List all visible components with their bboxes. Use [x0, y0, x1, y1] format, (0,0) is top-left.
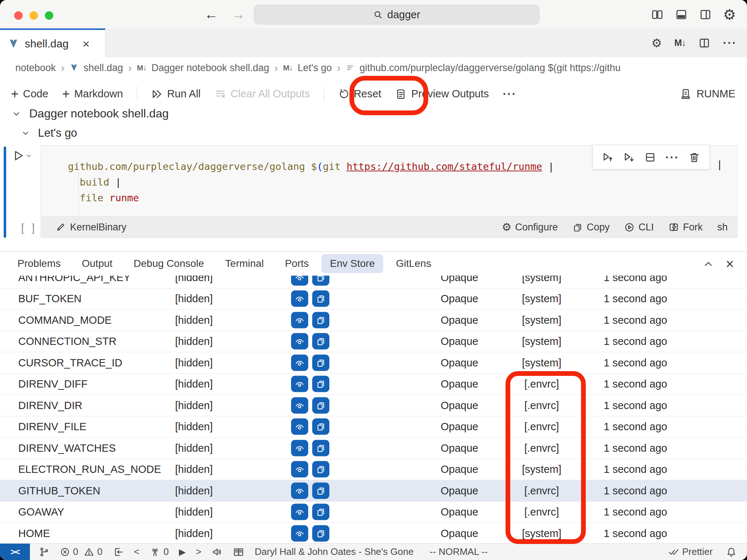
env-table-row[interactable]: GITHUB_TOKEN [hidden] Opaque [.envrc] 1 …: [0, 480, 747, 502]
settings-gear-icon[interactable]: ⚙: [723, 7, 736, 22]
split-cell-icon[interactable]: [644, 151, 656, 163]
copy-button[interactable]: Copy: [572, 222, 609, 233]
copy-value-button[interactable]: [312, 461, 329, 478]
reveal-value-button[interactable]: [291, 276, 308, 285]
exit-door-icon[interactable]: [113, 547, 124, 557]
reveal-value-button[interactable]: [291, 354, 308, 371]
history-forward-button[interactable]: →: [231, 7, 245, 22]
delete-cell-icon[interactable]: [688, 151, 700, 163]
reveal-value-button[interactable]: [291, 525, 308, 541]
play-icon[interactable]: ▶: [179, 547, 186, 557]
env-table-row[interactable]: DIRENV_DIFF [hidden] Opaque [.envrc] 1 s…: [0, 374, 747, 395]
reveal-value-button[interactable]: [291, 376, 308, 392]
tab-debug-console[interactable]: Debug Console: [133, 254, 204, 273]
copy-value-button[interactable]: [312, 419, 329, 435]
copy-value-button[interactable]: [312, 291, 329, 307]
problems-indicator[interactable]: 0 0: [60, 546, 102, 557]
env-table-row[interactable]: DIRENV_WATCHES [hidden] Opaque [.envrc] …: [0, 438, 747, 459]
cell-run-button[interactable]: [12, 149, 33, 162]
env-table-row[interactable]: CURSOR_TRACE_ID [hidden] Opaque [system]…: [0, 352, 747, 374]
speaker-icon[interactable]: [212, 547, 222, 557]
reveal-value-button[interactable]: [291, 419, 308, 435]
tab-ports[interactable]: Ports: [285, 254, 309, 273]
copy-value-button[interactable]: [312, 276, 329, 285]
add-markdown-cell-button[interactable]: + Markdown: [62, 88, 123, 101]
copy-value-button[interactable]: [312, 525, 329, 541]
env-table-row[interactable]: BUF_TOKEN [hidden] Opaque [system] 1 sec…: [0, 288, 747, 310]
toggle-panel-icon[interactable]: [675, 8, 688, 21]
execute-above-icon[interactable]: [602, 151, 614, 163]
breadcrumb-subsection[interactable]: Let's go: [298, 62, 332, 74]
tab-terminal[interactable]: Terminal: [225, 254, 264, 273]
env-table-row[interactable]: COMMAND_MODE [hidden] Opaque [system] 1 …: [0, 310, 747, 331]
collapse-chevron-icon[interactable]: [11, 108, 22, 119]
copy-value-button[interactable]: [312, 397, 329, 413]
ports-indicator[interactable]: 0: [150, 546, 169, 557]
reveal-value-button[interactable]: [291, 461, 308, 478]
command-center-search[interactable]: dagger: [254, 5, 539, 24]
copy-value-button[interactable]: [312, 312, 329, 328]
editor-more-actions-icon[interactable]: ···: [723, 36, 737, 50]
remote-indicator[interactable]: ><: [0, 544, 30, 560]
breadcrumb-notebook[interactable]: notebook: [15, 62, 56, 74]
code-url-link[interactable]: https://github.com/stateful/runme: [347, 161, 542, 172]
breadcrumb-section[interactable]: Dagger notebook shell.dag: [151, 62, 269, 74]
toolbar-more-actions-icon[interactable]: ···: [503, 87, 516, 101]
bell-icon[interactable]: [726, 547, 737, 557]
env-table-row[interactable]: ANTHROPIC_API_KEY [hidden] Opaque [syste…: [0, 276, 747, 288]
now-playing-status[interactable]: Daryl Hall & John Oates - She's Gone: [255, 546, 414, 557]
env-table-row[interactable]: HOME [hidden] Opaque [system] 1 second a…: [0, 523, 747, 544]
env-table-row[interactable]: GOAWAY [hidden] Opaque [.envrc] 1 second…: [0, 502, 747, 523]
toggle-secondary-sidebar-icon[interactable]: [699, 8, 712, 21]
reveal-value-button[interactable]: [291, 333, 308, 350]
tab-problems[interactable]: Problems: [18, 254, 61, 273]
reveal-value-button[interactable]: [291, 312, 308, 328]
vim-mode-indicator[interactable]: -- NORMAL --: [430, 546, 488, 557]
tab-gitlens[interactable]: GitLens: [396, 254, 431, 273]
clear-all-outputs-button[interactable]: Clear All Outputs: [214, 88, 310, 100]
git-branch-icon[interactable]: [39, 547, 50, 557]
cell-language-badge[interactable]: sh: [717, 222, 728, 233]
run-options-chevron-icon[interactable]: [25, 152, 33, 160]
fork-button[interactable]: Fork: [668, 222, 703, 233]
breadcrumb-file[interactable]: shell.dag: [84, 62, 123, 74]
history-back-button[interactable]: ←: [204, 7, 218, 22]
toggle-sidebar-icon[interactable]: [651, 8, 664, 21]
copy-value-button[interactable]: [312, 504, 329, 520]
tab-output[interactable]: Output: [82, 254, 112, 273]
book-icon[interactable]: [233, 546, 244, 558]
run-all-button[interactable]: Run All: [151, 88, 201, 100]
prev-icon[interactable]: <: [134, 546, 139, 557]
reveal-value-button[interactable]: [291, 504, 308, 520]
env-table-row[interactable]: DIRENV_DIR [hidden] Opaque [.envrc] 1 se…: [0, 395, 747, 416]
close-panel-icon[interactable]: ×: [726, 257, 734, 271]
reveal-value-button[interactable]: [291, 482, 308, 499]
runme-button[interactable]: RUNME: [680, 88, 735, 100]
reveal-value-button[interactable]: [291, 440, 308, 456]
reset-button[interactable]: Reset: [338, 88, 382, 100]
tab-close-icon[interactable]: ×: [82, 38, 90, 50]
breadcrumb-cell[interactable]: github.com/purpleclay/daggerverse/golang…: [360, 62, 621, 74]
copy-value-button[interactable]: [312, 333, 329, 350]
copy-value-button[interactable]: [312, 482, 329, 499]
add-code-cell-button[interactable]: + Code: [11, 88, 48, 101]
next-icon[interactable]: >: [196, 546, 201, 557]
split-editor-icon[interactable]: [698, 37, 711, 49]
traffic-zoom-button[interactable]: [45, 11, 53, 20]
traffic-close-button[interactable]: [14, 11, 23, 20]
copy-value-button[interactable]: [312, 354, 329, 371]
copy-value-button[interactable]: [312, 440, 329, 456]
env-table-row[interactable]: CONNECTION_STR [hidden] Opaque [system] …: [0, 331, 747, 353]
configure-button[interactable]: ⚙ Configure: [502, 222, 558, 233]
kernel-selector[interactable]: KernelBinary: [55, 222, 127, 233]
env-table-row[interactable]: ELECTRON_RUN_AS_NODE [hidden] Opaque [sy…: [0, 459, 747, 481]
copy-value-button[interactable]: [312, 376, 329, 392]
collapse-chevron-icon[interactable]: [20, 128, 31, 138]
preview-outputs-button[interactable]: Preview Outputs: [395, 88, 489, 100]
reveal-value-button[interactable]: [291, 397, 308, 413]
maximize-panel-chevron-icon[interactable]: [703, 258, 714, 270]
execute-below-icon[interactable]: [623, 151, 635, 163]
tab-env-store[interactable]: Env Store: [321, 254, 384, 273]
tab-shell-dag[interactable]: shell.dag ×: [0, 28, 105, 57]
markdown-export-icon[interactable]: M↓: [674, 38, 686, 48]
